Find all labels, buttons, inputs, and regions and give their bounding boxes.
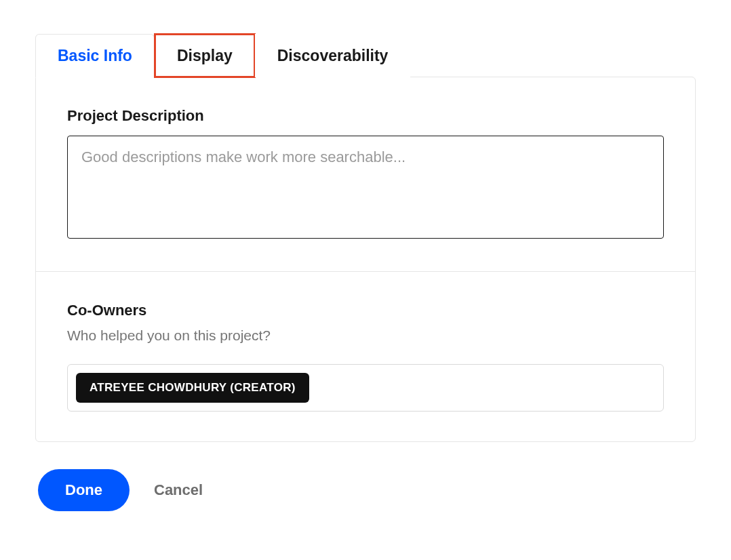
project-description-label: Project Description [67, 107, 664, 125]
project-description-input[interactable] [67, 136, 664, 239]
coowners-hint: Who helped you on this project? [67, 327, 664, 344]
done-button[interactable]: Done [38, 469, 130, 511]
coowners-input[interactable]: ATREYEE CHOWDHURY (CREATOR) [67, 364, 664, 412]
section-project-description: Project Description [36, 77, 695, 271]
settings-panel: Project Description Co-Owners Who helped… [35, 77, 696, 442]
tab-discoverability[interactable]: Discoverability [255, 34, 411, 77]
tab-basic-info[interactable]: Basic Info [35, 34, 155, 78]
tabs-bar: Basic Info Display Discoverability [35, 34, 696, 77]
coowners-label: Co-Owners [67, 302, 664, 319]
tab-display[interactable]: Display [155, 34, 255, 77]
dialog-actions: Done Cancel [35, 469, 696, 511]
owner-chip[interactable]: ATREYEE CHOWDHURY (CREATOR) [76, 373, 309, 403]
cancel-button[interactable]: Cancel [154, 481, 203, 499]
section-coowners: Co-Owners Who helped you on this project… [36, 271, 695, 441]
